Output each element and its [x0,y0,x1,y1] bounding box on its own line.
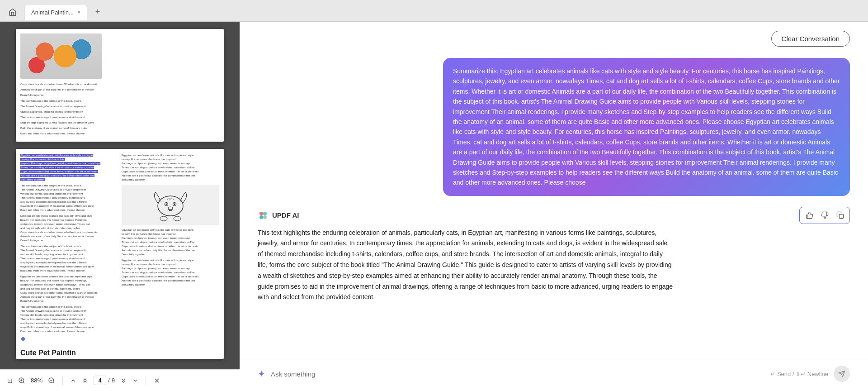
ai-message: This text highlights the enduring celebr… [258,228,674,303]
chevron-down-icon [132,377,138,384]
divider-1 [62,376,63,385]
pdf-page-2: Egyptian art celebrates animals like cat… [16,149,224,359]
ai-response: UPDF AI [258,207,850,303]
main-content: Cups, store brands and other items. Whet… [0,22,868,391]
zoom-in-button[interactable] [18,377,25,384]
nav-fast-up-button[interactable] [82,377,88,384]
close-tab-icon[interactable]: × [77,9,80,15]
active-tab[interactable]: Animal Paintin... × [24,4,87,20]
add-tab-button[interactable]: + [91,5,104,19]
close-icon [153,377,160,384]
page2-content: Egyptian art celebrates animals like cat… [16,149,224,345]
ai-label: UPDF AI [272,211,299,219]
thumbs-down-icon [821,211,829,219]
page1-image [20,33,102,79]
zoom-in-icon [18,377,25,384]
tab-title: Animal Paintin... [31,9,74,16]
user-message: Summarize this: Egyptian art celebrates … [443,58,850,196]
pdf-page-1: Cups, store brands and other items. Whet… [16,29,224,142]
page2-left-column: Egyptian art celebrates animals like cat… [20,153,118,341]
clear-conversation-button[interactable]: Clear Conversation [771,31,850,47]
fit-icon: ⊡ [7,377,13,384]
ai-panel: Clear Conversation Summarize this: Egypt… [240,22,868,391]
svg-point-17 [259,212,263,215]
zoom-out-icon [48,377,55,384]
svg-rect-21 [839,215,843,219]
total-pages: 9 [112,377,115,384]
page2-right-column: Egyptian art celebrates animals like cat… [122,153,219,341]
chat-input-area: ✦ ↵ Send / ⇧↵ Newline [240,359,868,391]
svg-point-18 [263,212,267,215]
page-number-input[interactable] [94,376,106,385]
sparkle-icon: ✦ [258,368,265,379]
svg-point-5 [168,207,173,210]
pdf-pages[interactable]: Cups, store brands and other items. Whet… [0,22,240,369]
ai-logo: UPDF AI [258,210,299,221]
thumbs-down-button[interactable] [818,209,831,222]
nav-down-button[interactable] [132,377,138,384]
page-separator: / [108,377,110,384]
double-chevron-up-icon [82,377,88,384]
chevron-up-icon [70,377,76,384]
send-hint: ↵ Send / ⇧↵ Newline [770,371,828,377]
svg-point-4 [174,204,175,205]
copy-button[interactable] [833,209,847,222]
double-chevron-down-icon [120,377,127,384]
dog-sketch-image [122,185,219,225]
input-actions: ↵ Send / ⇧↵ Newline [770,371,828,377]
zoom-out-button[interactable] [48,377,55,384]
pdf-toolbar: ⊡ 88% [0,369,240,391]
chat-input[interactable] [271,370,765,378]
home-button[interactable] [5,4,21,20]
send-icon [838,370,845,377]
send-button[interactable] [834,366,850,382]
svg-point-3 [166,204,167,205]
svg-line-13 [53,382,54,383]
chat-area[interactable]: Summarize this: Egyptian art celebrates … [240,22,868,359]
svg-point-7 [174,216,181,221]
divider-2 [146,376,146,385]
page-indicator: / 9 [94,376,115,385]
page1-text: Cups, store brands and other items. Whet… [20,82,219,86]
ai-action-buttons [799,207,850,224]
close-panel-button[interactable] [153,377,160,384]
fit-page-button[interactable]: ⊡ [7,377,13,384]
nav-up-button[interactable] [70,377,76,384]
svg-point-6 [160,216,167,221]
ai-response-header: UPDF AI [258,207,850,224]
svg-point-19 [259,215,263,219]
svg-point-20 [263,215,267,219]
copy-icon [836,211,844,219]
page-title: Cute Pet Paintin [16,345,224,359]
tab-bar: Animal Paintin... × + [0,0,868,22]
thumbs-up-button[interactable] [802,209,816,222]
svg-line-9 [23,382,24,383]
thumbs-up-icon [806,211,813,219]
pdf-panel: Cups, store brands and other items. Whet… [0,22,240,391]
updf-ai-icon [258,210,269,221]
nav-fast-down-button[interactable] [120,377,127,384]
zoom-level[interactable]: 88% [31,377,42,384]
